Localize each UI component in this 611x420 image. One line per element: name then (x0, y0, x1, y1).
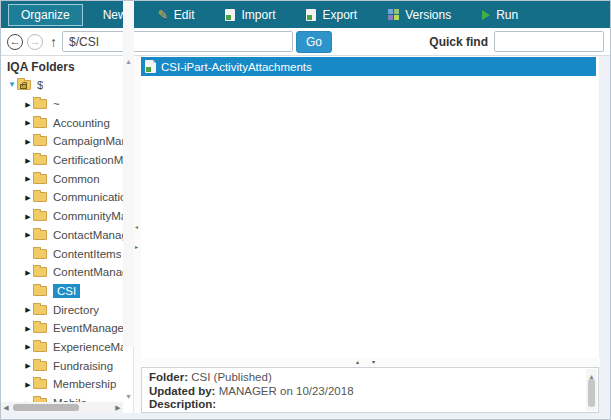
folder-icon (33, 99, 47, 109)
folder-icon (33, 136, 47, 146)
tree-item-label: Fundraising (53, 360, 113, 372)
sidebar-scroll-right-icon[interactable]: ▶ (113, 404, 123, 412)
toolbar-edit-label: Edit (174, 8, 195, 22)
folder-icon (33, 323, 47, 333)
splitter-collapse-up-icon[interactable]: ▴ (356, 359, 359, 365)
tree-item-label: CSI (53, 284, 80, 298)
collapsed-triangle-icon[interactable]: ▶ (23, 343, 33, 350)
collapsed-triangle-icon[interactable]: ▶ (23, 362, 33, 369)
quick-find-label: Quick find (429, 35, 488, 49)
tree-item-contentmanagem[interactable]: ▶ContentManagem (1, 263, 123, 282)
tree-item-label: ExperienceManag (53, 341, 123, 353)
tree-item-label: CertificationMana (53, 154, 123, 166)
panel-splitter[interactable]: ◂ ▸ (134, 56, 141, 413)
details-panel: Folder: CSI (Published) Updated by: MANA… (141, 367, 599, 413)
toolbar-organize-button[interactable]: Organize (8, 4, 83, 26)
tree-item-label: CommunityMana (53, 210, 123, 222)
list-item-label: CSI-iPart-ActivityAttachments (161, 61, 312, 73)
versions-grid-icon (388, 9, 399, 20)
tree-item-communications[interactable]: ▶Communications (1, 188, 123, 207)
collapsed-triangle-icon[interactable]: ▶ (23, 101, 33, 108)
toolbar-edit-button[interactable]: ✎Edit (147, 5, 206, 25)
details-splitter[interactable]: ▴ ▾ (141, 358, 600, 367)
splitter-collapse-left-icon[interactable]: ◂ (135, 224, 138, 230)
tree-item-accounting[interactable]: ▶Accounting (1, 113, 123, 132)
tree-item-label: Common (53, 173, 100, 185)
quick-find-input[interactable] (494, 31, 604, 52)
collapsed-triangle-icon[interactable]: ▶ (23, 194, 33, 201)
collapsed-triangle-icon[interactable]: ▶ (23, 157, 33, 164)
folder-icon (33, 192, 47, 202)
details-folder-line: Folder: CSI (Published) (149, 371, 580, 385)
sidebar-horizontal-scrollbar[interactable]: ◀ ▶ (1, 402, 123, 413)
sidebar-header: IQA Folders (1, 56, 133, 77)
toolbar-run-button[interactable]: Run (471, 5, 529, 25)
tree-item-label: EventManagemer (53, 322, 123, 334)
query-list-panel: CSI-iPart-ActivityAttachments (141, 56, 600, 358)
updated-by-label: Updated by: (149, 385, 215, 397)
path-input[interactable] (62, 31, 293, 52)
collapsed-triangle-icon[interactable]: ▶ (23, 213, 33, 220)
details-description-line: Description: (149, 398, 580, 412)
tree-item-campaignmanage[interactable]: ▶CampaignManage (1, 132, 123, 151)
collapsed-triangle-icon[interactable]: ▶ (23, 306, 33, 313)
collapsed-triangle-icon[interactable]: ▶ (23, 175, 33, 182)
toolbar-organize-label: Organize (21, 8, 70, 22)
tree-item-communitymana[interactable]: ▶CommunityMana (1, 207, 123, 226)
tree-item-label: Directory (53, 304, 99, 316)
list-item-selected[interactable]: CSI-iPart-ActivityAttachments (141, 57, 596, 76)
run-play-icon (482, 10, 490, 20)
tree-item-contactmanagem[interactable]: ▶ContactManagem (1, 226, 123, 245)
tree-item-membership[interactable]: ▶Membership (1, 375, 123, 394)
collapsed-triangle-icon[interactable]: ▶ (23, 269, 33, 276)
sidebar-vertical-scrollbar[interactable] (123, 1, 134, 347)
tree-item-csi[interactable]: CSI (1, 282, 123, 301)
folder-tree: ▼$▶~▶Accounting▶CampaignManage▶Certifica… (1, 76, 123, 412)
forward-arrow-icon[interactable]: → (27, 34, 43, 50)
tree-item-common[interactable]: ▶Common (1, 169, 123, 188)
collapsed-triangle-icon[interactable]: ▶ (23, 138, 33, 145)
sidebar-scroll-left-icon[interactable]: ◀ (1, 404, 11, 412)
import-file-icon (225, 9, 235, 21)
tree-item-label: ContentManagem (53, 266, 123, 278)
toolbar-versions-button[interactable]: Versions (377, 5, 462, 25)
details-vertical-scrollbar[interactable]: ▲ (586, 369, 597, 411)
back-arrow-icon[interactable]: ← (7, 34, 23, 50)
splitter-collapse-right-icon[interactable]: ▸ (135, 244, 138, 250)
go-button[interactable]: Go (296, 31, 332, 53)
sidebar-scroll-down-icon[interactable]: ▼ (123, 393, 134, 400)
splitter-collapse-down-icon[interactable]: ▾ (372, 359, 375, 365)
expanded-triangle-icon[interactable]: ▼ (7, 81, 17, 89)
tree-item-experiencemanag[interactable]: ▶ExperienceManag (1, 338, 123, 357)
navigation-bar: ← → ↑ Go Quick find (1, 28, 611, 56)
tree-item-label: $ (37, 79, 43, 91)
details-scroll-thumb[interactable] (588, 379, 595, 407)
up-arrow-icon[interactable]: ↑ (50, 34, 57, 50)
tree-item-root[interactable]: ▼$ (1, 76, 123, 95)
toolbar-run-label: Run (496, 8, 518, 22)
folder-icon (33, 249, 47, 259)
top-toolbar: OrganizeNew✎EditImportExportVersionsRun (1, 1, 611, 28)
folder-icon (33, 118, 47, 128)
collapsed-triangle-icon[interactable]: ▶ (23, 231, 33, 238)
sidebar-scroll-up-icon[interactable]: ▲ (123, 58, 134, 65)
folder-icon (33, 155, 47, 165)
iqa-folder-browser-window: OrganizeNew✎EditImportExportVersionsRun … (0, 0, 611, 420)
tree-item-certificationmana[interactable]: ▶CertificationMana (1, 151, 123, 170)
collapsed-triangle-icon[interactable]: ▶ (23, 381, 33, 388)
collapsed-triangle-icon[interactable]: ▶ (23, 119, 33, 126)
collapsed-triangle-icon[interactable]: ▶ (23, 325, 33, 332)
tree-item-eventmanagemer[interactable]: ▶EventManagemer (1, 319, 123, 338)
toolbar-import-button[interactable]: Import (214, 5, 286, 25)
folder-icon (33, 211, 47, 221)
tree-item-fundraising[interactable]: ▶Fundraising (1, 356, 123, 375)
tree-item-tilde[interactable]: ▶~ (1, 95, 123, 114)
tree-item-directory[interactable]: ▶Directory (1, 300, 123, 319)
tree-item-contentitems[interactable]: ContentItems (1, 244, 123, 263)
folder-icon (33, 174, 47, 184)
folder-value: CSI (Published) (191, 371, 272, 383)
sidebar-hscroll-thumb[interactable] (13, 404, 79, 411)
toolbar-export-button[interactable]: Export (295, 5, 368, 25)
export-file-icon (306, 9, 316, 21)
tree-item-label: CampaignManage (53, 135, 123, 147)
